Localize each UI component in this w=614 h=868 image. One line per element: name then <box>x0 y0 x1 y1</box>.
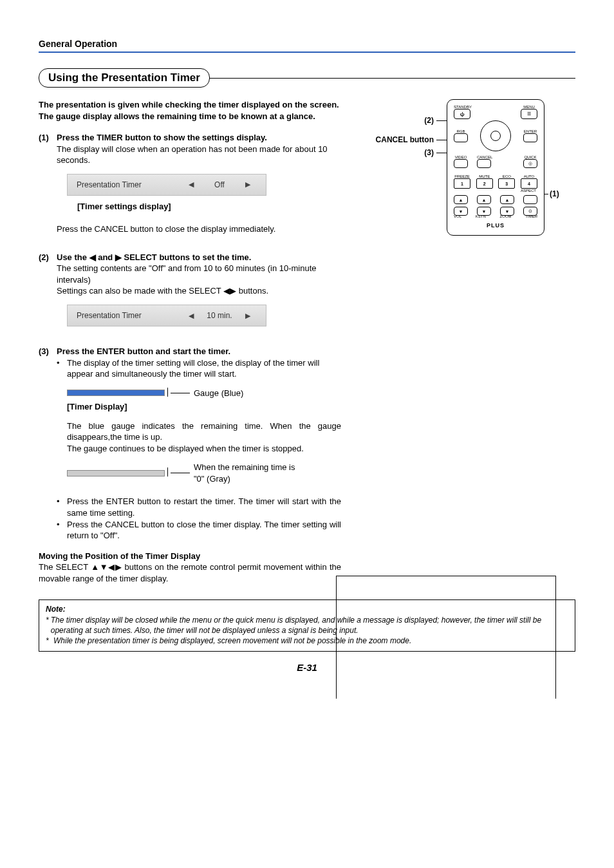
step3-number: (3) <box>39 346 57 357</box>
timer-display-caption: [Timer Display] <box>67 401 341 413</box>
rc-kstn-label: KSTN <box>476 214 486 218</box>
header-section: General Operation <box>39 39 575 49</box>
rc-2-button: 2 <box>476 178 493 189</box>
osd-box-1: Presentation Timer ◀ Off ▶ <box>67 174 266 196</box>
step1-number: (1) <box>39 132 57 144</box>
step3-title: Press the ENTER button and start the tim… <box>57 346 230 357</box>
step3-bullet3: Press the CANCEL button to close the tim… <box>67 519 341 542</box>
step1-body: The display will close when an operation… <box>57 144 341 166</box>
rc-freeze-label: FREEZE <box>454 175 470 178</box>
step1-after: Press the CANCEL button to close the dis… <box>57 223 341 235</box>
movable-range-box <box>336 576 556 699</box>
osd2-value: 10 min. <box>200 310 239 321</box>
gauge-leader-line-2 <box>171 473 190 473</box>
rc-video-button <box>454 159 468 168</box>
moving-body: The SELECT ▲▼◀▶ buttons on the remote co… <box>39 561 341 584</box>
callout-3: (3) <box>395 148 434 157</box>
bullet-icon: • <box>57 519 67 542</box>
rc-rgb-button <box>454 133 468 142</box>
osd1-caption: [Timer settings display] <box>77 201 341 212</box>
rc-1-button: 1 <box>454 178 470 189</box>
step2-title: Use the ◀ and ▶ SELECT buttons to set th… <box>57 252 251 263</box>
rc-enter-button <box>523 133 537 142</box>
osd2-label: Presentation Timer <box>77 310 182 321</box>
gauge-tick-icon-2 <box>167 467 168 476</box>
osd2-left-arrow-icon: ◀ <box>182 311 200 321</box>
gauge-gray <box>67 470 165 476</box>
rc-menu-button: ☰ <box>521 109 537 119</box>
gauge-leader-line <box>171 393 190 393</box>
rc-up-button: ▲ <box>477 195 491 204</box>
step2-body1: The setting contents are "Off" and from … <box>57 263 341 285</box>
rc-blank-button <box>523 195 537 204</box>
rc-standby-label: STANDBY <box>454 105 472 109</box>
rc-3-button: 3 <box>498 178 515 189</box>
rc-aspect-label: ASPECT <box>447 189 544 193</box>
rc-vol-label: VOL <box>454 214 461 218</box>
step2-body2: Settings can also be made with the SELEC… <box>57 285 341 297</box>
step3-para2: The gauge continues to be displayed when… <box>67 443 341 455</box>
rc-up-button: ▲ <box>454 195 468 204</box>
rc-zoom-label: ZOOM <box>500 214 512 218</box>
gauge-blue <box>67 390 165 396</box>
osd1-right-arrow-icon: ▶ <box>239 180 257 189</box>
rc-timer-label: TIMER <box>525 214 537 218</box>
step2-number: (2) <box>39 252 57 263</box>
header-divider <box>39 52 575 53</box>
step3-bullet2: Press the ENTER button to restart the ti… <box>67 496 341 518</box>
step3-para1: The blue gauge indicates the remaining t… <box>67 420 341 443</box>
title-rule <box>210 78 575 79</box>
remote-body: STANDBY ⏻ MENU ☰ RGB <box>447 99 544 236</box>
gauge-gray-label2: "0" (Gray) <box>194 473 295 485</box>
rc-cancel-label: CANCEL <box>477 155 492 159</box>
bullet-icon: • <box>57 357 67 380</box>
rc-quick-label: QUICK <box>523 155 537 159</box>
callout-cancel: CANCEL button <box>357 135 434 144</box>
intro-text: The presentation is given while checking… <box>39 99 341 122</box>
osd1-value: Off <box>200 180 239 190</box>
rc-enter-label: ENTER <box>523 129 537 133</box>
gauge-gray-label1: When the remaining time is <box>194 462 295 473</box>
callout-2: (2) <box>395 116 434 125</box>
callout-1: (1) <box>550 189 559 198</box>
osd2-right-arrow-icon: ▶ <box>239 311 257 321</box>
osd1-left-arrow-icon: ◀ <box>182 180 200 189</box>
step3-bullet1: The display of the timer setting will cl… <box>67 357 341 380</box>
osd1-label: Presentation Timer <box>77 180 182 190</box>
gauge-tick-icon <box>167 388 168 397</box>
moving-head: Moving the Position of the Timer Display <box>39 551 341 562</box>
rc-up-button: ▲ <box>500 195 514 204</box>
rc-cancel-button <box>477 159 491 168</box>
rc-dpad <box>480 120 511 151</box>
section-title-pill: Using the Presentation Timer <box>39 68 210 88</box>
bullet-icon: • <box>57 496 67 518</box>
gauge-blue-label: Gauge (Blue) <box>194 388 243 399</box>
rc-video-label: VIDEO <box>454 155 468 159</box>
rc-4-button: 4 <box>521 178 537 189</box>
step1-title: Press the TIMER button to show the setti… <box>57 132 267 144</box>
osd-box-2: Presentation Timer ◀ 10 min. ▶ <box>67 305 266 326</box>
rc-quick-button: ◎ <box>523 159 537 168</box>
rc-standby-button: ⏻ <box>454 109 470 119</box>
rc-plus-logo: PLUS <box>447 222 544 229</box>
